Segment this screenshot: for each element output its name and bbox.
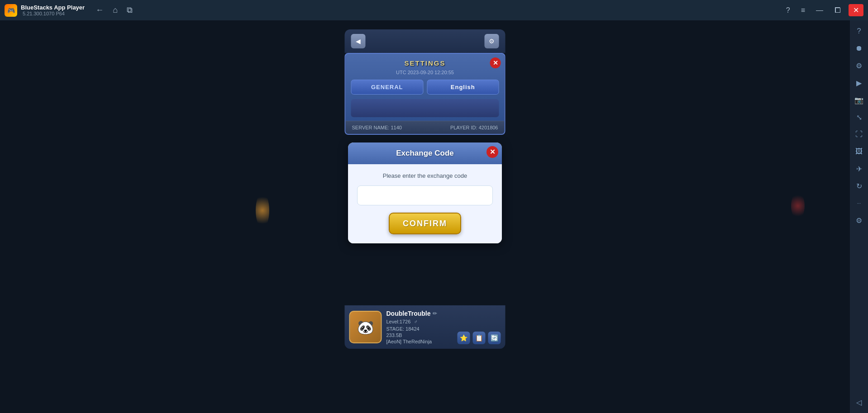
game-top-bar: ◀ ⚙ [345, 29, 506, 53]
main-content: ◀ ⚙ ✕ SETTINGS UTC 2023-09-20 12:20:55 G… [0, 20, 850, 413]
player-star-button[interactable]: ⭐ [458, 332, 470, 344]
gender-icon: ♂ [414, 319, 417, 324]
window-controls: ? ≡ — ⧠ ✕ [782, 0, 863, 20]
server-name-label: SERVER NAME: 1140 [352, 125, 402, 130]
player-note-button[interactable]: 📋 [473, 332, 486, 344]
menu-button[interactable]: ≡ [797, 5, 809, 16]
right-sidebar: ? ⏺ ⚙ ▶ 📷 ⤡ ⛶ 🖼 ✈ ↻ ··· ⚙ ◁ [850, 20, 868, 413]
help-button[interactable]: ? [782, 5, 794, 16]
side-decoration-right [791, 192, 805, 219]
sidebar-play-icon[interactable]: ▶ [852, 76, 866, 90]
player-gold: 233.5B [386, 332, 453, 338]
game-panel-container: ◀ ⚙ ✕ SETTINGS UTC 2023-09-20 12:20:55 G… [345, 29, 506, 135]
exchange-dialog-close-button[interactable]: ✕ [486, 146, 498, 158]
player-info: DoubleTrouble ✏ Level:1726 ♂ STAGE: 1842… [386, 310, 453, 344]
sidebar-gear-icon[interactable]: ⚙ [852, 213, 866, 228]
game-area: ◀ ⚙ ✕ SETTINGS UTC 2023-09-20 12:20:55 G… [0, 20, 850, 413]
restore-button[interactable]: ⧠ [830, 5, 845, 16]
sidebar-screenshot-icon[interactable]: 🖼 [852, 144, 866, 159]
sidebar-help-icon[interactable]: ? [852, 24, 866, 38]
sidebar-flight-icon[interactable]: ✈ [852, 161, 866, 176]
player-avatar: 🐼 [349, 311, 382, 343]
title-bar: 🎮 BlueStacks App Player 5.21.300.1070 P6… [0, 0, 868, 20]
game-settings-icon: ⚙ [489, 38, 495, 45]
settings-tab-general[interactable]: GENERAL [351, 80, 424, 95]
close-button[interactable]: ✕ [849, 4, 863, 16]
settings-panel: ✕ SETTINGS UTC 2023-09-20 12:20:55 GENER… [345, 53, 506, 135]
app-logo: 🎮 [5, 4, 17, 17]
exchange-dialog: Exchange Code ✕ Please enter the exchang… [348, 142, 502, 243]
player-section: 🐼 DoubleTrouble ✏ Level:1726 ♂ STAGE: 18… [345, 305, 506, 349]
game-back-icon: ◀ [356, 38, 361, 45]
sidebar-collapse-icon[interactable]: ◁ [852, 395, 866, 409]
settings-tabs: GENERAL English [351, 80, 499, 95]
settings-content [351, 99, 499, 117]
side-decoration-left [256, 192, 269, 228]
home-nav-button[interactable]: ⌂ [111, 4, 119, 17]
settings-tab-english[interactable]: English [427, 80, 499, 95]
sidebar-resize-icon[interactable]: ⤡ [852, 110, 866, 124]
app-version: 5.21.300.1070 P64 [23, 11, 85, 16]
player-stage: STAGE: 18424 [386, 326, 453, 332]
app-name: BlueStacks App Player [21, 4, 85, 11]
player-name-row: DoubleTrouble ✏ [386, 310, 453, 317]
sidebar-rotate-icon[interactable]: ↻ [852, 179, 866, 193]
player-refresh-button[interactable]: 🔄 [488, 332, 501, 344]
settings-info-bar: SERVER NAME: 1140 PLAYER ID: 4201806 [346, 121, 505, 134]
player-guild: [AeoN] TheRedNinja [386, 339, 453, 344]
sidebar-fullscreen-icon[interactable]: ⛶ [852, 127, 866, 142]
exchange-code-input[interactable] [357, 185, 493, 205]
player-edit-icon[interactable]: ✏ [433, 310, 437, 317]
player-id-label: PLAYER ID: 4201806 [450, 125, 498, 130]
exchange-dialog-prompt: Please enter the exchange code [357, 172, 493, 179]
title-bar-nav: ← ⌂ ⧉ [94, 4, 134, 17]
sidebar-camera-icon[interactable]: 📷 [852, 93, 866, 107]
sidebar-record-icon[interactable]: ⏺ [852, 41, 866, 56]
player-stats: STAGE: 18424 233.5B [AeoN] TheRedNinja [386, 326, 453, 344]
settings-close-button[interactable]: ✕ [490, 57, 501, 68]
exchange-confirm-button[interactable]: CONFIRM [389, 213, 461, 234]
copy-nav-button[interactable]: ⧉ [125, 4, 134, 17]
exchange-dialog-title: Exchange Code [396, 149, 454, 157]
settings-utc: UTC 2023-09-20 12:20:55 [351, 70, 499, 75]
back-nav-button[interactable]: ← [94, 4, 105, 17]
exchange-dialog-header: Exchange Code ✕ [348, 142, 502, 164]
sidebar-settings-icon[interactable]: ⚙ [852, 58, 866, 73]
exchange-dialog-body: Please enter the exchange code CONFIRM [348, 164, 502, 243]
game-settings-button[interactable]: ⚙ [485, 34, 499, 48]
game-back-button[interactable]: ◀ [351, 34, 366, 48]
player-level: Level:1726 ♂ [386, 319, 453, 324]
minimize-button[interactable]: — [812, 5, 827, 16]
player-action-icons: ⭐ 📋 🔄 [458, 332, 501, 344]
settings-title: SETTINGS [351, 59, 499, 67]
player-name: DoubleTrouble [386, 310, 431, 317]
sidebar-more-icon[interactable]: ··· [852, 196, 866, 210]
